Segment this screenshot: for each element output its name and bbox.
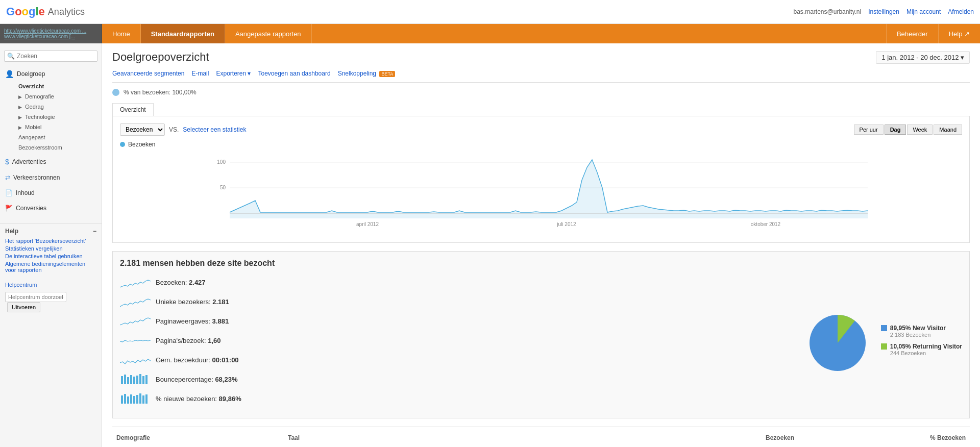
sidebar-overzicht[interactable]: Overzicht — [0, 81, 102, 91]
sidebar-section-verkeersbronnen: ⇄ Verkeersbronnen — [0, 171, 102, 184]
new-visitor-color — [881, 325, 887, 331]
add-to-dashboard-link[interactable]: Toevoegen aan dashboard — [258, 70, 331, 77]
date-range-selector[interactable]: 1 jan. 2012 - 20 dec. 2012 ▾ — [876, 51, 970, 64]
advanced-segments-link[interactable]: Geavanceerde segmenten — [112, 70, 184, 77]
sidebar-demografie[interactable]: ▶ Demografie — [0, 91, 102, 102]
legend-new-visitor: 89,95% New Visitor 2.183 Bezoeken — [881, 325, 962, 338]
chart-controls: Bezoeken VS. Selecteer een statistiek Pe… — [120, 123, 962, 136]
stats-section: 2.181 mensen hebben deze site bezocht Be… — [112, 251, 970, 418]
legend-label: Bezoeken — [128, 141, 155, 148]
stat-row-ppb: Pagina's/bezoek: 1,60 — [120, 333, 794, 347]
help-section: Help − Het rapport 'Bezoekersoverzicht' … — [0, 223, 102, 316]
sparkline-nieuw — [120, 391, 151, 406]
sidebar-doelgroep-label: Doelgroep — [17, 70, 45, 78]
sidebar-gedrag[interactable]: ▶ Gedrag — [0, 102, 102, 112]
sidebar-doelgroep-header[interactable]: 👤 Doelgroep — [0, 67, 102, 81]
sidebar-advertenties-header[interactable]: $ Advertenties — [0, 155, 102, 169]
help-link-1[interactable]: Het rapport 'Bezoekersoverzicht' — [5, 238, 96, 244]
settings-link[interactable]: Instellingen — [868, 8, 899, 15]
dollar-icon: $ — [5, 158, 9, 166]
sidebar-inhoud-label: Inhoud — [16, 189, 35, 196]
time-btn-per-uur[interactable]: Per uur — [854, 125, 884, 135]
sidebar-section-doelgroep: 👤 Doelgroep Overzicht ▶ Demografie ▶ Ged… — [0, 67, 102, 153]
sidebar-verkeersbronnen-label: Verkeersbronnen — [13, 174, 60, 181]
svg-text:juli 2012: juli 2012 — [556, 221, 576, 227]
stats-layout: Bezoeken: 2.427 Unieke bezoekers: 2.181 — [120, 275, 962, 411]
page-title: Doelgroepoverzicht — [112, 51, 209, 64]
overview-tab[interactable]: Overzicht — [112, 103, 154, 116]
stat-label-duur: Gem. bezoekduur: 00:01:00 — [156, 356, 794, 364]
helpcentrum-search-input[interactable] — [5, 292, 66, 302]
sidebar-conversies-header[interactable]: 🚩 Conversies — [0, 202, 102, 215]
person-icon: 👤 — [5, 70, 14, 78]
svg-marker-5 — [230, 160, 868, 218]
sidebar: 🔍 👤 Doelgroep Overzicht ▶ Demografie ▶ G… — [0, 43, 102, 447]
new-visitor-pct: 89,95% New Visitor — [890, 325, 946, 332]
google-logo: Google — [6, 5, 45, 18]
bottom-table-headers: Demografie Taal Bezoeken % Bezoeken — [112, 427, 970, 443]
svg-rect-19 — [121, 395, 123, 404]
nav-home[interactable]: Home — [102, 24, 141, 43]
svg-rect-14 — [133, 377, 135, 384]
sidebar-technologie[interactable]: ▶ Technologie — [0, 112, 102, 122]
sidebar-verkeersbronnen-header[interactable]: ⇄ Verkeersbronnen — [0, 171, 102, 184]
help-link-3[interactable]: De interactieve tabel gebruiken — [5, 253, 96, 259]
svg-rect-26 — [142, 395, 144, 404]
my-account-link[interactable]: Mijn account — [906, 8, 941, 15]
helpcentrum-link[interactable]: Helpcentrum — [5, 282, 96, 288]
help-link-4[interactable]: Algemene bedieningselementen voor rappor… — [5, 261, 96, 273]
svg-rect-18 — [145, 375, 148, 384]
helpcentrum-search-button[interactable]: Uitvoeren — [7, 302, 40, 312]
help-link-2[interactable]: Statistieken vergelijken — [5, 245, 96, 252]
sparkline-bounce — [120, 372, 151, 386]
stat-row-bounce: Bouncepercentage: 68,23% — [120, 372, 794, 386]
sidebar-bezoekersstroom[interactable]: Bezoekersstroom — [0, 142, 102, 153]
bottom-col-empty — [455, 432, 627, 443]
nav-admin[interactable]: Beheerder — [886, 24, 938, 43]
search-input[interactable] — [17, 53, 94, 60]
content-area: Doelgroepoverzicht 1 jan. 2012 - 20 dec.… — [102, 43, 980, 447]
site-url-line1[interactable]: http://www.vliegticketcuracao.com ... — [4, 28, 97, 34]
help-collapse-icon[interactable]: − — [93, 228, 96, 235]
time-btn-maand[interactable]: Maand — [934, 125, 962, 135]
new-visitor-text: 89,95% New Visitor 2.183 Bezoeken — [890, 325, 946, 338]
quicklink-link[interactable]: Snelkoppeling — [338, 70, 376, 77]
stat-label-bezoeken: Bezoeken: 2.427 — [156, 279, 794, 286]
time-btn-dag[interactable]: Dag — [885, 125, 906, 135]
svg-rect-17 — [142, 376, 144, 384]
page-header: Doelgroepoverzicht 1 jan. 2012 - 20 dec.… — [112, 51, 970, 64]
time-btn-week[interactable]: Week — [907, 125, 933, 135]
returning-visitor-color — [881, 343, 887, 350]
sidebar-section-conversies: 🚩 Conversies — [0, 202, 102, 215]
stats-list: Bezoeken: 2.427 Unieke bezoekers: 2.181 — [120, 275, 794, 411]
select-stat[interactable]: Selecteer een statistiek — [183, 126, 246, 133]
stat-row-nieuw: % nieuwe bezoeken: 89,86% — [120, 391, 794, 406]
nav-standard-reports[interactable]: Standaardrapporten — [141, 24, 225, 43]
nav-custom-reports[interactable]: Aangepaste rapporten — [225, 24, 312, 43]
sparkline-duur — [120, 353, 151, 367]
sidebar-mobiel[interactable]: ▶ Mobiel — [0, 122, 102, 132]
metric-select[interactable]: Bezoeken — [120, 123, 165, 136]
sidebar-inhoud-header[interactable]: 📄 Inhoud — [0, 186, 102, 200]
svg-text:50: 50 — [220, 185, 226, 190]
segment-dot — [112, 89, 119, 96]
svg-rect-22 — [130, 394, 132, 404]
search-icon: 🔍 — [7, 53, 15, 60]
logout-link[interactable]: Afmelden — [948, 8, 974, 15]
stats-title: 2.181 mensen hebben deze site bezocht — [120, 259, 962, 268]
svg-rect-23 — [133, 396, 135, 404]
site-url-line2[interactable]: www.vliegticketcuracao.com [... — [4, 34, 97, 39]
nav-help[interactable]: Help ↗ — [938, 24, 980, 43]
stat-row-uniek: Unieke bezoekers: 2.181 — [120, 294, 794, 309]
help-title: Help − — [5, 228, 96, 235]
export-link[interactable]: Exporteren ▾ — [216, 70, 251, 77]
search-box[interactable]: 🔍 — [4, 51, 97, 62]
stat-label-nieuw: % nieuwe bezoeken: 89,86% — [156, 395, 794, 403]
sidebar-aangepast[interactable]: Aangepast — [0, 132, 102, 142]
arrows-icon: ⇄ — [5, 174, 10, 181]
stat-label-ppb: Pagina's/bezoek: 1,60 — [156, 337, 794, 344]
email-link[interactable]: E-mail — [191, 70, 209, 77]
stat-row-bezoeken: Bezoeken: 2.427 — [120, 275, 794, 289]
logo-area: Google Analytics — [6, 5, 85, 18]
chart-svg-container: 100 50 april 2012 juli 2012 oktober 2012 — [120, 152, 962, 235]
